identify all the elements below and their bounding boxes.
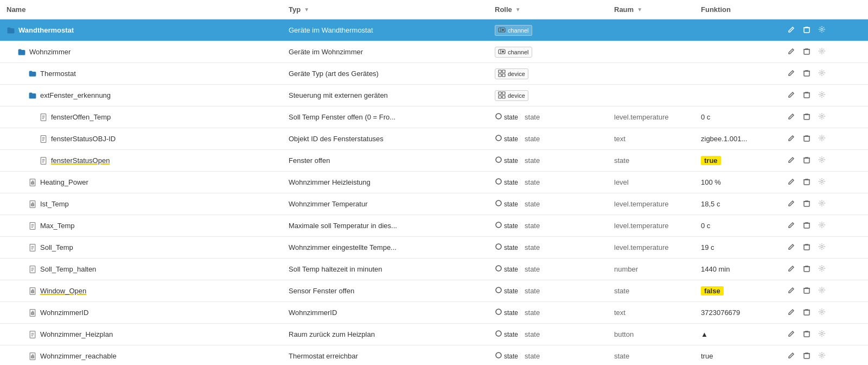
- delete-button[interactable]: [801, 329, 813, 340]
- edit-button[interactable]: [786, 155, 797, 166]
- table-row[interactable]: fensterStatusOpenFenster offenstatestate…: [0, 150, 868, 172]
- delete-button[interactable]: [801, 177, 813, 188]
- badge-text: state: [504, 287, 518, 295]
- settings-button[interactable]: [816, 46, 828, 58]
- settings-button[interactable]: [816, 220, 828, 231]
- settings-button[interactable]: [816, 198, 828, 210]
- svg-rect-13: [502, 74, 505, 77]
- edit-button[interactable]: [786, 263, 797, 275]
- settings-button[interactable]: [816, 24, 828, 36]
- delete-button[interactable]: [801, 133, 813, 144]
- delete-button[interactable]: [801, 155, 813, 166]
- table-row[interactable]: ThermostatGeräte Typ (art des Gerätes)de…: [0, 63, 868, 85]
- description-cell: Objekt ID des Fensterstatuses: [282, 133, 488, 145]
- badge-icon: [498, 48, 506, 56]
- edit-button[interactable]: [786, 350, 797, 362]
- row-name: fensterStatusOBJ-ID: [51, 135, 116, 143]
- table-row[interactable]: Ist_TempWohnzimmer Temperaturstatestatel…: [0, 193, 868, 215]
- badge-icon: [495, 243, 502, 252]
- header-rolle[interactable]: Rolle ▼: [488, 3, 608, 16]
- description-text: Maximale soll Temperatur in dies...: [289, 222, 397, 230]
- header-typ[interactable]: Typ ▼: [282, 3, 488, 16]
- value-cell: 100 %: [694, 176, 781, 188]
- delete-button[interactable]: [801, 68, 813, 79]
- settings-button[interactable]: [816, 68, 828, 79]
- delete-button[interactable]: [801, 24, 813, 36]
- svg-point-67: [496, 331, 501, 336]
- settings-button[interactable]: [816, 177, 828, 188]
- table-row[interactable]: WandthermostatGeräte im Wandthermostatch…: [0, 20, 868, 41]
- description-cell: Thermostat erreichbar: [282, 350, 488, 362]
- row-name: Soll_Temp_halten: [40, 265, 96, 273]
- delete-button[interactable]: [801, 307, 813, 318]
- delete-button[interactable]: [801, 242, 813, 253]
- actions-cell: [781, 350, 868, 362]
- edit-button[interactable]: [786, 198, 797, 210]
- edit-button[interactable]: [786, 24, 797, 36]
- table-row[interactable]: fensterOffen_TempSoll Temp Fenster offen…: [0, 106, 868, 128]
- edit-button[interactable]: [786, 68, 797, 79]
- value-text: 18,5 c: [701, 200, 720, 208]
- table-row[interactable]: extFenster_erkennungSteuerung mit extern…: [0, 85, 868, 106]
- settings-button[interactable]: [816, 329, 828, 340]
- table-row[interactable]: Wohnzimmer_HeizplanRaum zurück zum Heizp…: [0, 324, 868, 345]
- role-cell: text: [608, 306, 694, 319]
- settings-button[interactable]: [816, 90, 828, 101]
- table-row[interactable]: fensterStatusOBJ-IDObjekt ID des Fenster…: [0, 128, 868, 150]
- edit-button[interactable]: [786, 90, 797, 101]
- settings-button[interactable]: [816, 285, 828, 297]
- table-row[interactable]: Soll_Temp_haltenSoll Temp haltezeit in m…: [0, 259, 868, 280]
- settings-button[interactable]: [816, 155, 828, 166]
- edit-button[interactable]: [786, 111, 797, 123]
- svg-point-2: [502, 29, 504, 30]
- delete-button[interactable]: [801, 111, 813, 123]
- value-text: 0 c: [701, 113, 710, 121]
- table-row[interactable]: Window_OpenSensor Fenster offenstatestat…: [0, 280, 868, 302]
- row-name: Thermostat: [40, 70, 76, 78]
- state-type: state: [525, 243, 540, 251]
- table-row[interactable]: Wohnzimmer_reachableThermostat erreichba…: [0, 345, 868, 365]
- settings-button[interactable]: [816, 307, 828, 318]
- edit-button[interactable]: [786, 220, 797, 231]
- role-cell: level.temperature: [608, 219, 694, 232]
- delete-button[interactable]: [801, 285, 813, 297]
- svg-rect-28: [804, 136, 809, 141]
- delete-button[interactable]: [801, 198, 813, 210]
- svg-rect-20: [804, 93, 809, 98]
- name-cell-fensterStatusOpen: fensterStatusOpen: [0, 154, 282, 167]
- svg-point-51: [821, 246, 823, 248]
- delete-button[interactable]: [801, 220, 813, 231]
- table-row[interactable]: Soll_TempWohnzimmer eingestellte Tempe..…: [0, 237, 868, 259]
- table-row[interactable]: WohnzimmerIDWohnzimmerIDstatestatetext37…: [0, 302, 868, 324]
- badge-text: channel: [508, 49, 529, 55]
- edit-button[interactable]: [786, 177, 797, 188]
- value-text: 3723076679: [701, 309, 740, 317]
- edit-button[interactable]: [786, 46, 797, 58]
- delete-button[interactable]: [801, 46, 813, 58]
- value-cell: [694, 72, 781, 76]
- delete-button[interactable]: [801, 90, 813, 101]
- table-row[interactable]: Heating_PowerWohnzimmer Heizleistungstat…: [0, 172, 868, 193]
- settings-button[interactable]: [816, 111, 828, 123]
- edit-button[interactable]: [786, 285, 797, 297]
- state-type: state: [525, 200, 540, 208]
- state-type: state: [525, 113, 540, 121]
- edit-button[interactable]: [786, 242, 797, 253]
- sort-icon-rolle: ▼: [515, 7, 521, 12]
- header-raum[interactable]: Raum ▼: [608, 3, 694, 16]
- edit-button[interactable]: [786, 329, 797, 340]
- edit-button[interactable]: [786, 307, 797, 318]
- delete-button[interactable]: [801, 263, 813, 275]
- value-text: 100 %: [701, 178, 721, 186]
- settings-button[interactable]: [816, 263, 828, 275]
- table-row[interactable]: Max_TempMaximale soll Temperatur in dies…: [0, 215, 868, 237]
- edit-button[interactable]: [786, 133, 797, 144]
- settings-button[interactable]: [816, 242, 828, 253]
- table-row[interactable]: WohnzimmerGeräte im Wohnzimmerchannel: [0, 41, 868, 63]
- svg-rect-8: [804, 49, 809, 54]
- svg-point-33: [821, 159, 823, 161]
- settings-button[interactable]: [816, 350, 828, 362]
- settings-button[interactable]: [816, 133, 828, 144]
- delete-button[interactable]: [801, 350, 813, 362]
- badge-text: state: [504, 114, 518, 121]
